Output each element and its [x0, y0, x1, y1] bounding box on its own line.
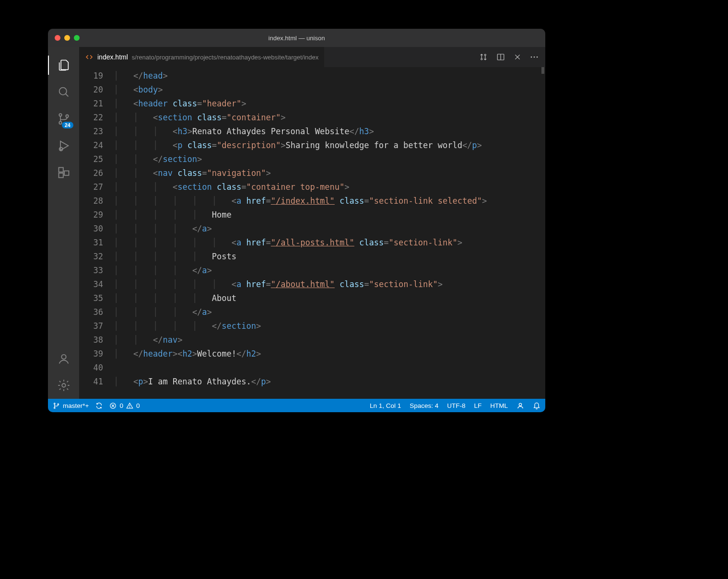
extensions-tab[interactable]: [48, 159, 79, 186]
encoding-status[interactable]: UTF-8: [447, 402, 465, 409]
warning-count: 0: [136, 402, 140, 409]
code-editor[interactable]: 19 20 21 22 23 24 25 26 27 28 29 30 31 3…: [79, 67, 545, 399]
svg-point-2: [59, 114, 61, 116]
activity-bar: 24: [48, 47, 79, 399]
editor-tab[interactable]: index.html s/renato/programming/projects…: [79, 47, 325, 67]
gear-icon: [57, 379, 70, 392]
close-icon[interactable]: [514, 53, 521, 61]
search-icon: [57, 85, 70, 99]
svg-point-28: [129, 407, 130, 407]
extensions-icon: [57, 166, 70, 179]
tab-actions: [472, 47, 545, 67]
svg-point-12: [481, 58, 482, 60]
branch-icon: [53, 402, 60, 409]
tab-bar: index.html s/renato/programming/projects…: [79, 47, 545, 67]
problems-status[interactable]: 0 0: [109, 402, 140, 409]
sync-button[interactable]: [95, 402, 103, 409]
window-controls: [55, 35, 80, 41]
account-icon: [57, 352, 70, 365]
tab-path: s/renato/programming/projects/renatoatha…: [132, 54, 319, 61]
explorer-tab[interactable]: [48, 52, 79, 79]
close-window-button[interactable]: [55, 35, 60, 41]
svg-point-20: [537, 57, 538, 58]
svg-point-29: [519, 403, 521, 405]
eol-status[interactable]: LF: [474, 402, 481, 409]
svg-point-23: [58, 404, 59, 405]
svg-point-21: [54, 403, 56, 404]
run-debug-tab[interactable]: [48, 132, 79, 159]
svg-point-0: [59, 88, 66, 95]
debug-icon: [57, 139, 70, 152]
editor-window: index.html — unison 24: [48, 29, 545, 412]
split-editor-icon[interactable]: [496, 53, 505, 61]
minimap[interactable]: [540, 67, 545, 399]
language-mode[interactable]: HTML: [490, 402, 508, 409]
warning-icon: [126, 402, 133, 409]
svg-marker-5: [60, 141, 68, 151]
notifications-button[interactable]: [533, 402, 540, 409]
status-bar: master*+ 0 0 Ln 1, Col 1 Spaces: 4 UTF-8…: [48, 399, 545, 412]
svg-point-19: [534, 57, 535, 58]
compare-changes-icon[interactable]: [479, 53, 488, 61]
svg-point-22: [54, 407, 56, 408]
feedback-button[interactable]: [517, 402, 524, 409]
source-control-tab[interactable]: 24: [48, 105, 79, 132]
more-icon[interactable]: [530, 56, 539, 58]
svg-point-10: [61, 355, 66, 359]
error-icon: [109, 402, 117, 409]
svg-point-4: [66, 115, 68, 117]
tab-filename: index.html: [97, 53, 128, 61]
svg-rect-9: [64, 171, 69, 175]
branch-name: master*+: [63, 402, 89, 409]
indentation-status[interactable]: Spaces: 4: [410, 402, 438, 409]
svg-rect-8: [59, 173, 63, 177]
settings-button[interactable]: [48, 372, 79, 399]
svg-rect-7: [59, 168, 63, 172]
code-content[interactable]: │ </head> │ <body> │ <header class="head…: [114, 67, 540, 399]
bell-icon: [533, 402, 540, 409]
svg-line-1: [65, 94, 68, 97]
svg-point-3: [59, 121, 61, 124]
cursor-position[interactable]: Ln 1, Col 1: [370, 402, 401, 409]
branch-status[interactable]: master*+: [53, 402, 89, 409]
minimize-window-button[interactable]: [64, 35, 70, 41]
scm-badge: 24: [62, 122, 73, 128]
accounts-button[interactable]: [48, 345, 79, 372]
line-gutter: 19 20 21 22 23 24 25 26 27 28 29 30 31 3…: [79, 67, 114, 399]
code-icon: [85, 53, 94, 61]
feedback-icon: [517, 402, 524, 409]
files-icon: [57, 58, 70, 72]
titlebar[interactable]: index.html — unison: [48, 29, 545, 47]
maximize-window-button[interactable]: [74, 35, 80, 41]
search-tab[interactable]: [48, 79, 79, 105]
svg-point-13: [484, 54, 486, 56]
error-count: 0: [119, 402, 123, 409]
svg-point-18: [531, 57, 532, 58]
window-title: index.html — unison: [48, 35, 545, 42]
svg-point-11: [62, 383, 65, 387]
sync-icon: [95, 402, 103, 409]
